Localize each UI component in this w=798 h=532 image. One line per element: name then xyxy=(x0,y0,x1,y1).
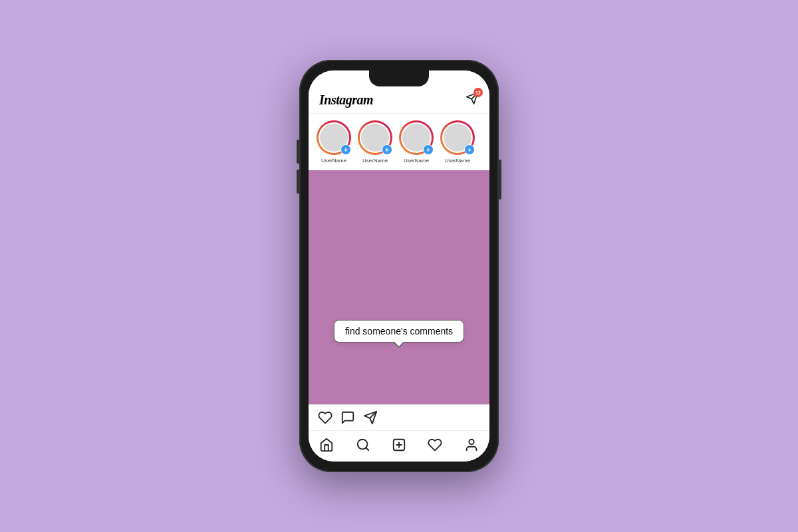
story-add-button[interactable]: + xyxy=(340,144,351,155)
stories-row: + UserName + UserName xyxy=(309,114,489,170)
volume-button xyxy=(297,170,299,194)
story-avatar-wrapper[interactable]: + xyxy=(358,120,392,155)
story-item[interactable]: + UserName xyxy=(399,120,434,164)
story-item[interactable]: + UserName xyxy=(440,120,475,164)
header-icons: 12 xyxy=(466,92,479,108)
instagram-logo: Instagram xyxy=(319,92,373,108)
post-actions xyxy=(309,404,489,430)
search-nav-icon[interactable] xyxy=(356,438,370,452)
home-nav-icon[interactable] xyxy=(319,438,334,452)
tooltip-box: find someone's comments xyxy=(334,320,464,342)
phone-mockup: find someone's comments Instagram xyxy=(299,60,499,472)
story-add-button[interactable]: + xyxy=(423,144,434,155)
send-icon-wrapper[interactable]: 12 xyxy=(466,92,479,108)
phone-screen: Instagram 12 xyxy=(309,70,489,462)
svg-point-9 xyxy=(469,440,473,444)
phone-notch xyxy=(369,70,429,86)
story-avatar-wrapper[interactable]: + xyxy=(317,120,351,155)
tooltip-text: find someone's comments xyxy=(345,326,453,336)
svg-line-5 xyxy=(366,448,368,450)
story-username: UserName xyxy=(321,158,346,164)
notification-badge: 12 xyxy=(473,88,483,97)
story-item[interactable]: + UserName xyxy=(317,120,351,164)
story-add-button[interactable]: + xyxy=(464,144,475,155)
phone-frame: Instagram 12 xyxy=(299,60,499,472)
power-button xyxy=(499,160,501,200)
tooltip-arrow-inner xyxy=(394,341,404,346)
comment-icon[interactable] xyxy=(340,410,355,425)
story-username: UserName xyxy=(404,158,429,164)
story-item[interactable]: + UserName xyxy=(358,120,392,164)
profile-nav-icon[interactable] xyxy=(464,438,479,452)
story-avatar-wrapper[interactable]: + xyxy=(440,120,475,155)
like-icon[interactable] xyxy=(318,410,332,425)
add-nav-icon[interactable] xyxy=(392,438,406,452)
story-add-button[interactable]: + xyxy=(382,144,392,155)
story-username: UserName xyxy=(362,158,388,164)
notifications-nav-icon[interactable] xyxy=(428,438,442,452)
post-image xyxy=(309,170,489,404)
story-username: UserName xyxy=(445,158,470,164)
bottom-nav xyxy=(309,430,489,462)
tooltip-wrapper: find someone's comments xyxy=(334,320,464,342)
share-icon[interactable] xyxy=(363,410,378,425)
story-avatar-wrapper[interactable]: + xyxy=(399,120,434,155)
